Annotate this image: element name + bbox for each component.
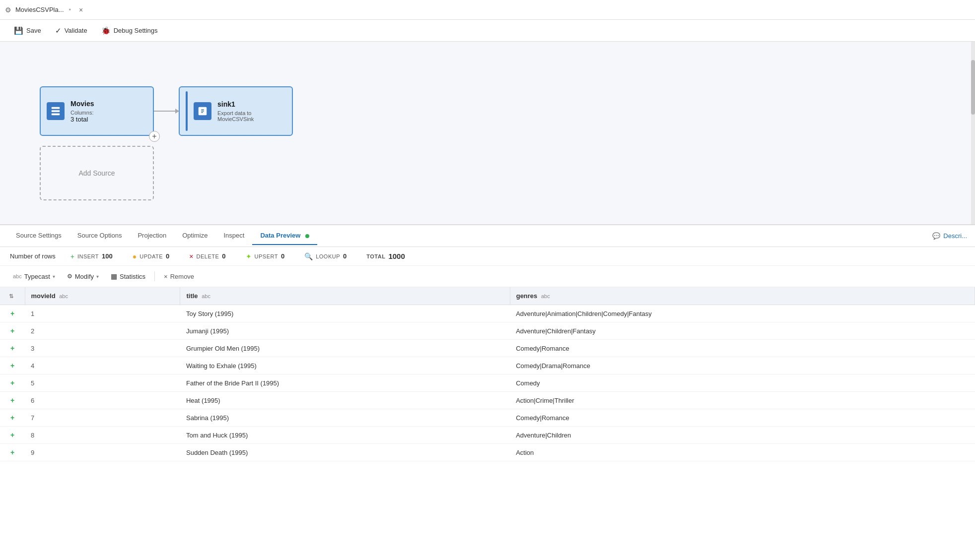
data-toolbar: abc Typecast ▾ ⚙ Modify ▾ ▦ Statistics ×… bbox=[0, 266, 975, 287]
descr-button[interactable]: 💬 Descri... bbox=[932, 232, 967, 240]
validate-button[interactable]: ✓ Validate bbox=[49, 23, 93, 38]
col-header-movieid[interactable]: movieId abc bbox=[25, 287, 180, 305]
typecast-prefix: abc bbox=[13, 273, 22, 279]
add-source-label: Add Source bbox=[78, 169, 115, 177]
table-row: + 7 Sabrina (1995) Comedy|Romance bbox=[0, 409, 975, 427]
stat-upsert: ✦ UPSERT 0 bbox=[246, 252, 285, 260]
stats-bar: Number of rows + INSERT 100 ● UPDATE 0 ×… bbox=[0, 247, 975, 266]
title-type: abc bbox=[202, 293, 210, 299]
table-row: + 4 Waiting to Exhale (1995) Comedy|Dram… bbox=[0, 357, 975, 374]
canvas-scrollbar[interactable] bbox=[971, 42, 975, 224]
source-node-title: Movies bbox=[70, 100, 147, 108]
cell-movieid: 5 bbox=[25, 374, 180, 392]
cell-genres: Comedy bbox=[510, 374, 975, 392]
sink-node[interactable]: sink1 Export data to MovieCSVSink bbox=[179, 86, 293, 136]
tab-data-preview[interactable]: Data Preview bbox=[252, 227, 317, 245]
sort-icon: ⇅ bbox=[9, 293, 13, 299]
tab-projection[interactable]: Projection bbox=[130, 227, 174, 245]
svg-rect-2 bbox=[52, 114, 60, 116]
remove-icon: × bbox=[164, 273, 168, 280]
validate-icon: ✓ bbox=[55, 26, 62, 35]
tab-source-settings[interactable]: Source Settings bbox=[8, 227, 70, 245]
row-add-icon[interactable]: + bbox=[0, 409, 25, 427]
insert-label: INSERT bbox=[77, 253, 99, 259]
table-row: + 5 Father of the Bride Part II (1995) C… bbox=[0, 374, 975, 392]
stat-lookup: 🔍 LOOKUP 0 bbox=[304, 252, 347, 260]
stat-update: ● UPDATE 0 bbox=[133, 252, 170, 260]
insert-icon: + bbox=[70, 252, 74, 260]
col-header-title[interactable]: title abc bbox=[180, 287, 510, 305]
row-add-icon[interactable]: + bbox=[0, 322, 25, 340]
data-preview-status-dot bbox=[305, 234, 309, 238]
source-columns-label: Columns: bbox=[70, 110, 147, 116]
pipeline-arrow bbox=[154, 111, 179, 112]
save-button[interactable]: 💾 Save bbox=[8, 23, 47, 38]
cell-movieid: 6 bbox=[25, 392, 180, 409]
source-node[interactable]: Movies Columns: 3 total + bbox=[40, 86, 154, 136]
add-source-box[interactable]: Add Source bbox=[40, 146, 154, 200]
delete-label: DELETE bbox=[196, 253, 219, 259]
typecast-label: Typecast bbox=[24, 273, 50, 280]
title-bar: ⚙ MoviesCSVPla... • × bbox=[0, 0, 975, 20]
cell-genres: Action bbox=[510, 444, 975, 461]
genres-type: abc bbox=[541, 293, 550, 299]
lookup-label: LOOKUP bbox=[316, 253, 340, 259]
cell-title: Waiting to Exhale (1995) bbox=[180, 357, 510, 374]
col-header-sort[interactable]: ⇅ bbox=[0, 287, 25, 305]
table-row: + 1 Toy Story (1995) Adventure|Animation… bbox=[0, 305, 975, 322]
cell-movieid: 7 bbox=[25, 409, 180, 427]
remove-button[interactable]: × Remove bbox=[159, 270, 199, 283]
debug-settings-button[interactable]: 🐞 Debug Settings bbox=[95, 23, 164, 38]
stat-delete: × DELETE 0 bbox=[189, 252, 225, 260]
svg-rect-0 bbox=[52, 107, 60, 109]
insert-value: 100 bbox=[102, 252, 113, 260]
table-header-row: ⇅ movieId abc title abc genres abc bbox=[0, 287, 975, 305]
update-value: 0 bbox=[166, 252, 169, 260]
number-of-rows-label: Number of rows bbox=[10, 252, 56, 260]
tab-optimize[interactable]: Optimize bbox=[174, 227, 215, 245]
row-add-icon[interactable]: + bbox=[0, 427, 25, 444]
debug-icon: 🐞 bbox=[101, 26, 111, 35]
table-row: + 8 Tom and Huck (1995) Adventure|Childr… bbox=[0, 427, 975, 444]
source-columns-value: 3 total bbox=[70, 116, 147, 123]
stat-total: TOTAL 1000 bbox=[366, 252, 405, 260]
upsert-value: 0 bbox=[281, 252, 284, 260]
node-add-button[interactable]: + bbox=[149, 131, 160, 142]
tab-inspect[interactable]: Inspect bbox=[216, 227, 253, 245]
save-icon: 💾 bbox=[14, 26, 23, 35]
row-add-icon[interactable]: + bbox=[0, 374, 25, 392]
row-add-icon[interactable]: + bbox=[0, 340, 25, 357]
close-button[interactable]: × bbox=[76, 5, 86, 15]
comment-icon: 💬 bbox=[932, 232, 940, 240]
table-row: + 3 Grumpier Old Men (1995) Comedy|Roman… bbox=[0, 340, 975, 357]
cell-movieid: 4 bbox=[25, 357, 180, 374]
sink-node-icon bbox=[194, 102, 211, 120]
typecast-button[interactable]: abc Typecast ▾ bbox=[8, 270, 60, 283]
cell-movieid: 2 bbox=[25, 322, 180, 340]
typecast-chevron: ▾ bbox=[53, 274, 55, 279]
total-label: TOTAL bbox=[366, 253, 385, 259]
canvas-area: Movies Columns: 3 total + sink1 Export d… bbox=[0, 42, 975, 225]
table-row: + 9 Sudden Death (1995) Action bbox=[0, 444, 975, 461]
cell-movieid: 1 bbox=[25, 305, 180, 322]
cell-genres: Adventure|Children bbox=[510, 427, 975, 444]
col-header-genres[interactable]: genres abc bbox=[510, 287, 975, 305]
cell-movieid: 9 bbox=[25, 444, 180, 461]
statistics-button[interactable]: ▦ Statistics bbox=[106, 270, 150, 283]
lookup-icon: 🔍 bbox=[304, 252, 313, 260]
cell-genres: Comedy|Drama|Romance bbox=[510, 357, 975, 374]
row-add-icon[interactable]: + bbox=[0, 444, 25, 461]
cell-title: Sudden Death (1995) bbox=[180, 444, 510, 461]
modify-button[interactable]: ⚙ Modify ▾ bbox=[62, 270, 104, 283]
modify-chevron: ▾ bbox=[96, 274, 99, 279]
sink-node-bar bbox=[186, 91, 188, 131]
cell-title: Grumpier Old Men (1995) bbox=[180, 340, 510, 357]
tab-source-options[interactable]: Source Options bbox=[70, 227, 130, 245]
delete-icon: × bbox=[189, 252, 193, 260]
data-table: ⇅ movieId abc title abc genres abc bbox=[0, 287, 975, 461]
row-add-icon[interactable]: + bbox=[0, 392, 25, 409]
row-add-icon[interactable]: + bbox=[0, 357, 25, 374]
cell-title: Heat (1995) bbox=[180, 392, 510, 409]
data-table-container[interactable]: ⇅ movieId abc title abc genres abc bbox=[0, 287, 975, 560]
row-add-icon[interactable]: + bbox=[0, 305, 25, 322]
